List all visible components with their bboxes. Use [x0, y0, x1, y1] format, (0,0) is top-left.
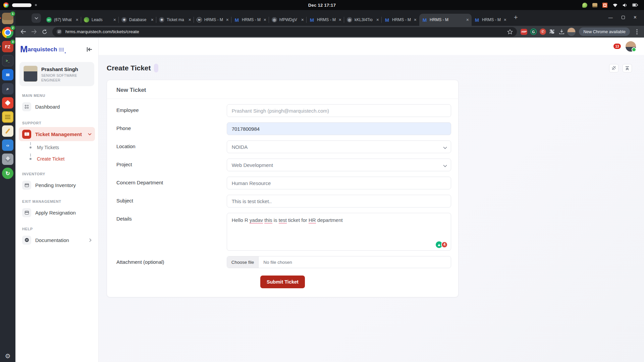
url-text[interactable]: hrms.marquistech.com/tickets/create: [65, 29, 504, 34]
tab-close-icon[interactable]: ×: [414, 17, 417, 22]
employee-field[interactable]: Prashant Singh (psingh@marquistech.com): [227, 104, 451, 117]
back-button[interactable]: [19, 27, 28, 36]
cube-app-icon[interactable]: [2, 154, 13, 165]
grammarly-suggestion-count[interactable]: 4: [441, 241, 448, 248]
collapse-card-button[interactable]: [623, 64, 632, 72]
site-info-icon[interactable]: [56, 29, 62, 35]
screen-record-icon[interactable]: [602, 2, 608, 8]
bookmark-star-icon[interactable]: [507, 29, 513, 35]
chrome-app-icon[interactable]: 2: [2, 27, 13, 38]
tab-title: HRMS - M: [482, 17, 501, 22]
chevron-down-icon: [88, 133, 92, 135]
files-app-icon[interactable]: 1: [2, 13, 13, 24]
tab-close-icon[interactable]: ×: [76, 17, 78, 22]
mail-app-icon[interactable]: ✉: [2, 69, 13, 80]
maximize-button[interactable]: [622, 16, 625, 19]
tab-close-icon[interactable]: ×: [113, 17, 116, 22]
wifi-icon[interactable]: [612, 2, 618, 8]
notes-app-icon[interactable]: [2, 111, 13, 123]
attachment-file-input[interactable]: Choose file No file chosen: [227, 256, 451, 268]
grammarly-extension-icon[interactable]: G: [530, 28, 537, 36]
address-bar[interactable]: hrms.marquistech.com/tickets/create: [52, 27, 517, 37]
location-select[interactable]: NOIDA: [227, 140, 451, 153]
location-row: Location NOIDA: [107, 140, 458, 153]
terminal-app-icon[interactable]: [2, 55, 13, 66]
browser-tab[interactable]: MHRMS - M×: [307, 14, 344, 26]
reload-button[interactable]: [40, 27, 49, 36]
downloads-icon[interactable]: [558, 28, 565, 36]
browser-tab[interactable]: Leads×: [81, 14, 119, 26]
browser-tab-active[interactable]: MHRMS - M×: [419, 14, 472, 26]
department-field[interactable]: Human Resource: [227, 177, 451, 189]
project-select[interactable]: Web Development: [227, 159, 451, 171]
system-clock[interactable]: Dec 12 17:17: [101, 3, 543, 8]
call-extension-icon[interactable]: ✆: [539, 28, 546, 36]
browser-tab[interactable]: MHRMS - M×: [231, 14, 269, 26]
tab-search-button[interactable]: [32, 13, 41, 23]
tab-close-icon[interactable]: ×: [376, 17, 379, 22]
search-app-icon[interactable]: ⌕: [2, 83, 13, 95]
sidebar-item-documentation[interactable]: Documentation: [19, 233, 95, 247]
minimize-button[interactable]: —: [608, 15, 613, 20]
sidebar-item-dashboard[interactable]: Dashboard: [19, 100, 95, 114]
adblock-extension-icon[interactable]: ABP: [520, 28, 528, 36]
sidebar-item-apply-resignation[interactable]: Apply Resignation: [19, 205, 95, 220]
details-textarea[interactable]: Hello R yadav this is test ticket for HR…: [227, 213, 451, 251]
tab-close-icon[interactable]: ×: [189, 17, 191, 22]
browser-tab[interactable]: 67(67) What×: [44, 14, 81, 26]
submit-ticket-button[interactable]: Submit Ticket: [260, 276, 305, 288]
tab-close-icon[interactable]: ×: [339, 17, 341, 22]
keyboard-indicator-icon[interactable]: [592, 2, 598, 8]
tab-close-icon[interactable]: ×: [264, 17, 266, 22]
main-content: Create Ticket New Ticket: [99, 55, 644, 362]
attachment-row: Attachment (optional) Choose file No fil…: [107, 256, 458, 268]
sidebar-item-ticket-management[interactable]: Ticket Management: [19, 127, 95, 141]
battery-icon[interactable]: [632, 2, 638, 8]
tab-close-icon[interactable]: ×: [466, 17, 469, 22]
tab-close-icon[interactable]: ×: [151, 17, 154, 22]
filezilla-app-icon[interactable]: FZ3: [2, 41, 13, 52]
vscode-app-icon[interactable]: ‹›: [2, 139, 13, 151]
tab-close-icon[interactable]: ×: [226, 17, 229, 22]
browser-tab[interactable]: MHRMS - M×: [382, 14, 419, 26]
choose-file-button[interactable]: Choose file: [227, 256, 259, 268]
sidebar-item-create-ticket[interactable]: Create Ticket: [27, 153, 98, 165]
browser-menu-kebab-icon[interactable]: [633, 28, 641, 36]
settings-gear-icon[interactable]: ⚙: [0, 352, 15, 360]
browser-tab[interactable]: ⊕kKL3I4Tio×: [344, 14, 382, 26]
logo-row: Marquistech: [15, 38, 98, 57]
tab-title: HRMS - M: [392, 17, 412, 22]
close-window-button[interactable]: ×: [634, 14, 637, 20]
browser-tab[interactable]: MHRMS - M×: [194, 14, 231, 26]
new-tab-button[interactable]: ＋: [513, 13, 519, 21]
tab-title: HRMS - M: [317, 17, 336, 22]
notification-badge[interactable]: 13: [613, 44, 621, 49]
phone-field[interactable]: 7017800984: [227, 122, 451, 135]
subject-field[interactable]: This is test ticket..: [227, 195, 451, 207]
browser-tab[interactable]: ⊕hfPWDgV×: [269, 14, 307, 26]
forward-button[interactable]: [30, 27, 38, 36]
sidebar-collapse-icon[interactable]: [87, 47, 92, 52]
browser-tab[interactable]: ✳Ticket ma×: [156, 14, 194, 26]
link-toggle-button[interactable]: [609, 64, 619, 72]
main-column: 13 Create Ticket: [99, 38, 644, 362]
tab-close-icon[interactable]: ×: [504, 17, 506, 22]
tab-close-icon[interactable]: ×: [301, 17, 304, 22]
profile-card[interactable]: Prashant Singh SENIOR SOFTWAREENGINEER: [19, 62, 94, 86]
phone-row: Phone 7017800984: [107, 122, 458, 135]
browser-tab[interactable]: ✳Database×: [119, 14, 156, 26]
volume-icon[interactable]: [622, 2, 628, 8]
sidebar-item-pending-inventory[interactable]: Pending Inventory: [19, 178, 95, 192]
bullet-icon: [30, 158, 32, 160]
user-avatar[interactable]: [626, 41, 636, 52]
sidebar-item-my-tickets[interactable]: My Tickets: [27, 142, 98, 153]
updater-app-icon[interactable]: [2, 168, 13, 179]
gecko-icon[interactable]: [582, 2, 588, 8]
browser-profile-avatar[interactable]: [567, 27, 576, 36]
logo-dots-icon: [59, 48, 64, 52]
chrome-update-chip[interactable]: New Chrome available: [579, 27, 630, 36]
browser-tab[interactable]: MHRMS - M×: [472, 14, 509, 26]
text-editor-app-icon[interactable]: [2, 125, 13, 137]
extensions-puzzle-icon[interactable]: [548, 28, 556, 36]
tasks-app-icon[interactable]: [2, 97, 13, 109]
